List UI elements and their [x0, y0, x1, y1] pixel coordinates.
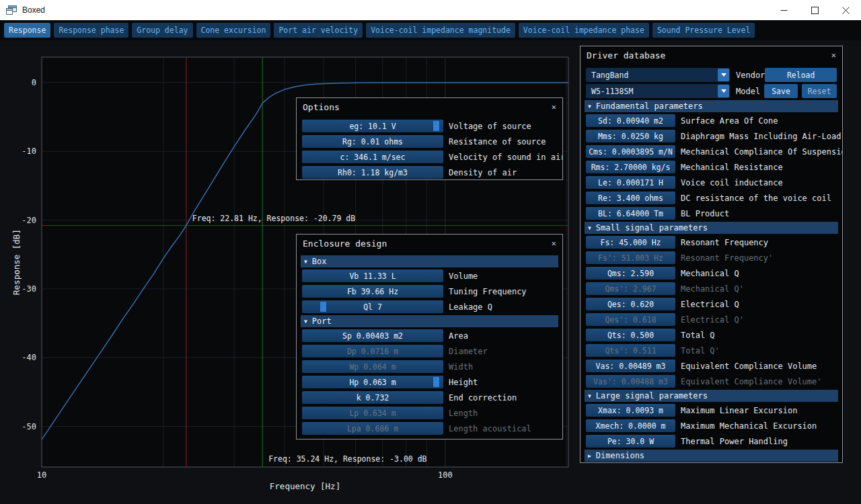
section-header-fundamental-parameters[interactable]: ▼Fundamental parameters	[585, 100, 838, 112]
section-header-large-signal-parameters[interactable]: ▼Large signal parameters	[585, 390, 838, 402]
save-button[interactable]: Save	[764, 84, 798, 98]
tab-sound-pressure-level[interactable]: Sound Pressure Level	[652, 23, 755, 38]
chevron-down-icon[interactable]	[718, 85, 729, 97]
param-label: Width	[449, 362, 473, 372]
maximize-button[interactable]	[799, 0, 830, 20]
param-row-qes: Qes: 0.620Electrical Q	[581, 296, 842, 312]
param-row-fs: Fs: 45.000 HzResonant Frequency	[581, 235, 842, 250]
param-slider-k[interactable]: k 0.732	[302, 391, 443, 404]
param-slider-fs[interactable]: Fs': 51.003 Hz	[586, 251, 675, 264]
driver-database-panel: Driver database ✕ TangBand Vendor Reload…	[580, 46, 843, 463]
param-slider-rms[interactable]: Rms: 2.70000 kg/s	[586, 161, 675, 173]
tab-port-air-velocity[interactable]: Port air velocity	[274, 23, 363, 38]
param-label: Mechanical Q	[681, 269, 739, 278]
param-slider-xmax[interactable]: Xmax: 0.0093 m	[586, 404, 675, 417]
close-button[interactable]	[830, 0, 861, 20]
reset-button[interactable]: Reset	[802, 84, 837, 98]
param-slider-qes[interactable]: Qes': 0.618	[586, 313, 675, 326]
section-header-box[interactable]: ▼Box	[301, 255, 558, 267]
section-header-dimensions[interactable]: ▶Dimensions	[585, 450, 838, 462]
app-icon	[6, 5, 17, 15]
param-slider-cms[interactable]: Cms: 0.0003895 m/N	[586, 145, 675, 158]
x-tick-label: 100	[438, 470, 453, 480]
param-slider-wp[interactable]: Wp 0.064 m	[302, 360, 443, 373]
param-slider-lp[interactable]: Lp 0.634 m	[302, 407, 443, 419]
vendor-label: Vendor	[736, 71, 765, 80]
x-tick-label: 10	[37, 470, 46, 480]
param-row-bl: BL: 6.64000 TmBL Product	[581, 206, 842, 221]
tab-response-phase[interactable]: Response phase	[54, 23, 128, 38]
param-slider-rg[interactable]: Rg: 0.01 ohms	[302, 135, 443, 148]
close-icon[interactable]: ✕	[552, 103, 556, 111]
param-slider-fb[interactable]: Fb 39.66 Hz	[302, 285, 443, 298]
param-slider-mms[interactable]: Mms: 0.0250 kg	[586, 130, 675, 142]
section-header-port[interactable]: ▼Port	[301, 315, 558, 327]
param-slider-pe[interactable]: Pe: 30.0 W	[586, 435, 675, 448]
param-slider-dp[interactable]: Dp 0.0716 m	[302, 345, 443, 358]
slider-handle[interactable]	[433, 121, 439, 131]
param-slider-le[interactable]: Le: 0.000171 H	[586, 176, 675, 189]
param-label: Diameter	[449, 347, 488, 356]
param-slider-qms[interactable]: Qms': 2.967	[586, 282, 675, 295]
param-row-rh0: Rh0: 1.18 kg/m3Density of air	[297, 165, 562, 180]
param-slider-vas[interactable]: Vas: 0.00489 m3	[586, 360, 675, 372]
minimize-icon	[780, 7, 788, 14]
param-slider-qes[interactable]: Qes: 0.620	[586, 298, 675, 310]
tab-voice-coil-impedance-magnitude[interactable]: Voice-coil impedance magnitude	[366, 23, 515, 38]
param-label: Maximum Mechanical Excursion	[681, 421, 817, 431]
param-slider-hp[interactable]: Hp 0.063 m	[302, 376, 443, 388]
param-row-hp: Hp 0.063 mHeight	[297, 374, 562, 390]
param-label: Mechanical Q'	[681, 284, 744, 294]
minimize-button[interactable]	[768, 0, 799, 20]
param-slider-lpa[interactable]: Lpa 0.686 m	[302, 422, 443, 435]
vendor-select[interactable]: TangBand	[586, 68, 730, 82]
param-slider-fs[interactable]: Fs: 45.000 Hz	[586, 236, 675, 249]
param-slider-rh0[interactable]: Rh0: 1.18 kg/m3	[302, 166, 443, 179]
param-value: Xmech: 0.0000 m	[596, 421, 666, 431]
reload-button[interactable]: Reload	[765, 68, 837, 82]
param-slider-vb[interactable]: Vb 11.33 L	[302, 269, 443, 282]
param-value: Vas: 0.00489 m3	[596, 362, 666, 371]
tab-cone-excursion[interactable]: Cone excursion	[196, 23, 271, 38]
param-row-pe: Pe: 30.0 WThermal Power Handling	[581, 433, 842, 449]
param-slider-qts[interactable]: Qts': 0.511	[586, 344, 675, 357]
tab-group-delay[interactable]: Group delay	[132, 23, 192, 38]
close-icon[interactable]: ✕	[552, 239, 556, 247]
tab-voice-coil-impedance-phase[interactable]: Voice-coil impedance phase	[519, 23, 649, 38]
param-slider-qms[interactable]: Qms: 2.590	[586, 267, 675, 280]
param-label: DC resistance of the voice coil	[681, 194, 831, 203]
chevron-down-icon[interactable]	[718, 69, 729, 81]
param-slider-vas[interactable]: Vas': 0.00488 m3	[586, 375, 675, 388]
param-value: Le: 0.000171 H	[598, 178, 663, 187]
param-row-qes: Qes': 0.618Electrical Q'	[581, 312, 842, 327]
param-value: Vb 11.33 L	[349, 271, 396, 281]
param-row-le: Le: 0.000171 HVoice coil inductance	[581, 175, 842, 190]
param-label: Resistance of source	[449, 137, 546, 146]
param-slider-ql[interactable]: Ql 7	[302, 300, 443, 313]
param-label: Maximum Linear Excursion	[681, 406, 797, 415]
slider-handle[interactable]	[320, 302, 326, 312]
param-row-cms: Cms: 0.0003895 m/NMechanical Compliance …	[581, 144, 842, 159]
param-value: eg: 10.1 V	[349, 122, 396, 131]
model-select[interactable]: W5-1138SM	[586, 84, 730, 98]
param-value: Qms: 2.590	[607, 269, 654, 278]
param-slider-xmech[interactable]: Xmech: 0.0000 m	[586, 419, 675, 432]
tab-response[interactable]: Response	[4, 23, 50, 38]
close-icon[interactable]: ✕	[831, 51, 836, 59]
param-label: Resonant Frequency'	[681, 253, 773, 263]
chevron-down-icon: ▼	[304, 319, 307, 325]
param-label: Mechanical Compliance Of Suspension	[681, 147, 843, 157]
param-row-vas: Vas: 0.00489 m3Equivalent Compliance Vol…	[581, 358, 842, 374]
param-label: Electrical Q'	[681, 315, 744, 325]
slider-handle[interactable]	[433, 377, 439, 387]
param-slider-qts[interactable]: Qts: 0.500	[586, 329, 675, 341]
param-slider-sd[interactable]: Sd: 0.00940 m2	[586, 114, 675, 127]
param-label: Total Q	[681, 331, 715, 340]
param-row-rg: Rg: 0.01 ohmsResistance of source	[297, 134, 562, 149]
param-slider-bl[interactable]: BL: 6.64000 Tm	[586, 207, 675, 220]
param-slider-re[interactable]: Re: 3.400 ohms	[586, 192, 675, 204]
section-header-small-signal-parameters[interactable]: ▼Small signal parameters	[585, 222, 838, 234]
param-slider-sp[interactable]: Sp 0.00403 m2	[302, 329, 443, 342]
param-slider-c[interactable]: c: 346.1 m/sec	[302, 151, 443, 163]
param-slider-eg[interactable]: eg: 10.1 V	[302, 120, 443, 132]
